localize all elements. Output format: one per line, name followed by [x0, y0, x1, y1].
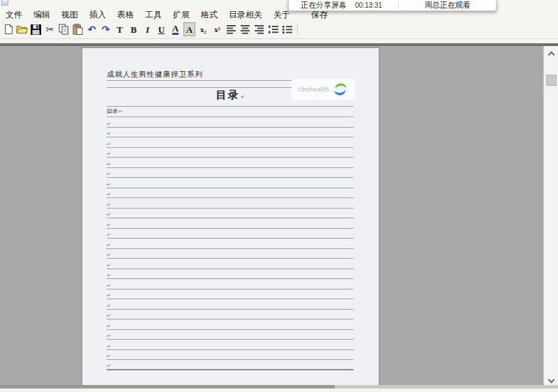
paragraph-mark: ↵: [107, 223, 111, 227]
empty-toc-line[interactable]: ↵: [107, 158, 354, 168]
menu-items: 文件 编辑 视图 插入 表格 工具 扩展 格式 目录相关 关于 保存: [3, 9, 331, 21]
scroll-down-icon[interactable]: [548, 377, 555, 384]
vertical-scroll-thumb[interactable]: [546, 75, 557, 86]
undo-icon: ↶: [88, 24, 96, 34]
italic-button[interactable]: I: [142, 22, 153, 36]
horizontal-scroll-thumb[interactable]: [0, 385, 335, 389]
menu-item-insert[interactable]: 插入: [86, 9, 109, 21]
open-file-button[interactable]: [16, 22, 28, 36]
menu-item-view[interactable]: 视图: [59, 9, 81, 21]
redo-button[interactable]: ↷: [100, 22, 112, 36]
logo-text: ribohealth: [298, 86, 329, 93]
empty-toc-line[interactable]: ↵: [107, 330, 354, 340]
numbered-list-button[interactable]: [267, 22, 279, 36]
empty-toc-line[interactable]: ↵: [107, 188, 354, 199]
toc-title-text: 目录: [216, 89, 240, 100]
underline-button[interactable]: U: [156, 22, 167, 36]
empty-toc-line[interactable]: ↵: [107, 259, 354, 269]
paragraph-mark: ↵: [107, 243, 111, 248]
empty-toc-line[interactable]: ↵: [107, 289, 354, 300]
paragraph-mark: ↵: [107, 333, 111, 338]
open-file-icon: [16, 24, 28, 34]
highlight-icon: A: [186, 25, 193, 34]
new-document-button[interactable]: [2, 22, 14, 36]
empty-toc-line[interactable]: ↵: [107, 137, 354, 148]
superscript-button[interactable]: x²: [211, 22, 223, 36]
empty-toc-line[interactable]: ↵: [107, 299, 354, 310]
subscript-icon: x₂: [200, 26, 206, 33]
empty-toc-line[interactable]: ↵: [107, 198, 354, 209]
empty-toc-line[interactable]: ↵: [107, 239, 354, 249]
highlight-button[interactable]: A: [183, 22, 195, 36]
bullet-list-button[interactable]: [281, 22, 293, 36]
bold-button[interactable]: B: [128, 22, 140, 36]
empty-toc-line[interactable]: ↵: [107, 148, 354, 158]
empty-toc-line[interactable]: ↵: [107, 229, 354, 239]
paragraph-mark: ↵: [107, 273, 111, 278]
paste-icon: [73, 24, 83, 35]
scroll-up-icon[interactable]: [548, 52, 555, 59]
undo-button[interactable]: ↶: [86, 22, 98, 36]
empty-toc-line[interactable]: ↵: [107, 209, 354, 219]
horizontal-scrollbar[interactable]: [0, 385, 558, 389]
paragraph-mark: ↵: [107, 344, 111, 349]
font-button[interactable]: T: [114, 22, 126, 36]
empty-toc-line[interactable]: ↵: [107, 269, 354, 280]
menu-item-tools[interactable]: 工具: [142, 9, 165, 21]
align-left-button[interactable]: [225, 22, 237, 36]
font-color-button[interactable]: A: [169, 22, 181, 36]
toc-label[interactable]: 目录↵: [107, 107, 354, 117]
empty-toc-line[interactable]: ↵: [107, 249, 354, 259]
paragraph-mark: ↵: [107, 303, 111, 308]
paragraph-mark: ↵: [107, 232, 111, 237]
screen-share-banner[interactable]: 正在分享屏幕 00:13:31 周总正在观看: [288, 0, 497, 11]
align-center-button[interactable]: [239, 22, 251, 36]
empty-toc-line[interactable]: ↵: [107, 340, 354, 350]
align-center-icon: [240, 25, 250, 34]
align-right-button[interactable]: [253, 22, 265, 36]
empty-toc-line[interactable]: ↵: [107, 350, 354, 361]
numbered-list-icon: [268, 25, 279, 34]
empty-toc-line[interactable]: ↵: [107, 128, 354, 138]
share-timer: 00:13:31: [355, 1, 382, 9]
paste-button[interactable]: [72, 22, 84, 36]
empty-toc-line[interactable]: ↵: [107, 168, 354, 179]
new-document-icon: [3, 24, 13, 35]
save-button[interactable]: [30, 22, 42, 36]
paragraph-mark: ↵: [107, 313, 111, 318]
logo: ribohealth: [292, 79, 355, 100]
align-left-icon: [226, 25, 236, 34]
superscript-icon: x²: [214, 26, 220, 33]
empty-toc-line[interactable]: ↵: [107, 218, 354, 229]
empty-toc-line[interactable]: ↵: [107, 178, 354, 188]
empty-toc-line[interactable]: ↵: [107, 310, 354, 320]
empty-toc-line[interactable]: ↵: [107, 279, 354, 289]
paragraph-mark: ↵: [107, 182, 111, 187]
menu-item-edit[interactable]: 编辑: [31, 9, 53, 21]
menu-item-file[interactable]: 文件: [3, 9, 25, 21]
empty-toc-line[interactable]: ↵: [107, 319, 354, 330]
cut-button[interactable]: ✂: [44, 22, 56, 36]
share-viewer-text: 周总正在观看: [399, 0, 496, 10]
menu-item-toc-related[interactable]: 目录相关: [226, 9, 265, 21]
paragraph-mark: ↵: [107, 324, 111, 329]
empty-toc-line[interactable]: ↵: [107, 117, 354, 128]
document-page[interactable]: ribohealth 成就人生男性健康捍卫系列 ↵ 目录↵ 目录↵ ↵↵↵↵↵↵…: [82, 47, 379, 389]
paragraph-mark: ↵: [107, 131, 111, 136]
redo-icon: ↷: [102, 24, 110, 34]
vertical-scrollbar[interactable]: [543, 46, 558, 389]
paragraph-mark: ↵: [107, 212, 111, 217]
copy-button[interactable]: [58, 22, 70, 36]
menu-item-extensions[interactable]: 扩展: [170, 9, 193, 21]
paragraph-mark: ↵: [107, 162, 111, 167]
paragraph-mark: ↵: [107, 202, 111, 207]
menu-item-format[interactable]: 格式: [198, 9, 220, 21]
document-canvas[interactable]: ribohealth 成就人生男性健康捍卫系列 ↵ 目录↵ 目录↵ ↵↵↵↵↵↵…: [0, 43, 558, 389]
paragraph-mark: ↵: [241, 94, 245, 100]
paragraph-mark: ↵: [107, 172, 111, 176]
menu-item-table[interactable]: 表格: [114, 9, 137, 21]
paragraph-mark: ↵: [107, 293, 111, 298]
empty-toc-line[interactable]: ↵: [107, 360, 354, 370]
subscript-button[interactable]: x₂: [197, 22, 209, 36]
toc-lines: ↵↵↵↵↵↵↵↵↵↵↵↵↵↵↵↵↵↵↵↵↵↵↵↵↵: [107, 117, 354, 370]
